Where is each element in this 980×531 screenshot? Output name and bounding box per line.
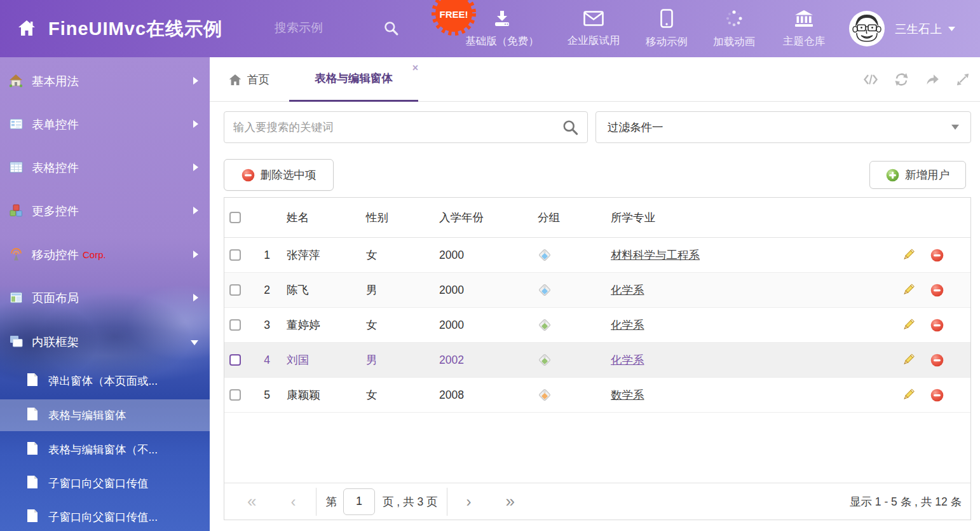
tag-icon [538, 318, 552, 332]
page-suffix-label: 页 , 共 3 页 [383, 494, 438, 509]
table-row[interactable]: 3 董婷婷 女 2000 化学系 [224, 308, 970, 343]
select-all-checkbox[interactable] [229, 212, 241, 223]
nav-enterprise-trial[interactable]: 企业版试用 [555, 0, 632, 57]
source-code-icon[interactable] [863, 72, 878, 86]
column-header-group[interactable]: 分组 [533, 210, 606, 225]
major-link[interactable]: 材料科学与工程系 [611, 249, 700, 261]
delete-button[interactable] [922, 249, 951, 262]
prev-page-button[interactable]: ‹ [290, 493, 296, 511]
add-user-button[interactable]: 新增用户 [869, 161, 966, 189]
sidebar-subitem-grid-edit-window[interactable]: 表格与编辑窗体 [0, 399, 210, 431]
row-number: 5 [250, 389, 275, 402]
user-avatar[interactable] [848, 10, 885, 47]
tag-icon [538, 283, 552, 297]
row-checkbox[interactable] [229, 284, 241, 296]
table-row[interactable]: 2 陈飞 男 2000 化学系 [224, 273, 970, 308]
next-page-button[interactable]: › [466, 493, 472, 511]
last-page-button[interactable]: » [506, 492, 515, 511]
chevron-right-icon [193, 117, 198, 131]
keyword-search-input[interactable] [233, 121, 562, 134]
chevron-right-icon [193, 74, 198, 88]
edit-button[interactable] [894, 283, 922, 297]
row-checkbox[interactable] [229, 389, 241, 401]
chevron-down-icon [951, 125, 959, 130]
delete-button[interactable] [922, 389, 951, 402]
free-badge-text: FREE! [440, 9, 468, 20]
filter-dropdown[interactable]: 过滤条件一 [595, 111, 971, 143]
edit-button[interactable] [894, 388, 922, 402]
minus-circle-icon [930, 249, 944, 262]
table-row-selected[interactable]: 4 刘国 男 2002 化学系 [224, 343, 970, 378]
app-home-icon[interactable] [18, 20, 36, 39]
nav-theme-repo[interactable]: 主题仓库 [771, 0, 837, 57]
column-header-gender[interactable]: 性别 [361, 210, 434, 225]
delete-selected-button[interactable]: 删除选中项 [224, 159, 334, 191]
nav-loading-animation[interactable]: 加载动画 [701, 0, 767, 57]
tab-home[interactable]: 首页 [229, 57, 269, 102]
pencil-icon [901, 248, 915, 262]
search-icon[interactable] [562, 119, 578, 135]
sidebar-subitem-child-to-parent[interactable]: 子窗口向父窗口传值 [0, 467, 210, 499]
share-arrow-icon[interactable] [925, 72, 940, 86]
major-link[interactable]: 化学系 [611, 284, 644, 296]
first-page-button[interactable]: « [247, 492, 256, 511]
row-checkbox[interactable] [229, 319, 241, 331]
sidebar-subitem-grid-edit-window-2[interactable]: 表格与编辑窗体（不... [0, 434, 210, 465]
table-row[interactable]: 1 张萍萍 女 2000 材料科学与工程系 [224, 238, 970, 273]
nav-label: 移动示例 [646, 35, 688, 49]
cell-year: 2000 [434, 319, 533, 332]
sidebar-item-grid-controls[interactable]: 表格控件 [0, 150, 210, 184]
row-number: 3 [250, 319, 275, 332]
corp-badge: Corp. [83, 249, 106, 260]
frames-icon [8, 334, 24, 348]
bank-icon [794, 10, 814, 30]
nav-label: 主题仓库 [783, 34, 825, 48]
refresh-icon[interactable] [894, 72, 909, 86]
tab-grid-edit-window[interactable]: 表格与编辑窗体 × [289, 57, 418, 102]
edit-button[interactable] [894, 248, 922, 262]
close-icon[interactable]: × [412, 63, 418, 73]
cell-gender: 男 [361, 352, 434, 368]
envelope-icon [583, 10, 604, 29]
delete-button[interactable] [922, 284, 951, 297]
divider [447, 488, 447, 516]
sidebar-item-form-controls[interactable]: 表单控件 [0, 107, 210, 141]
sidebar-item-basic-usage[interactable]: 基本用法 [0, 64, 210, 98]
row-checkbox[interactable] [229, 249, 241, 261]
edit-button[interactable] [894, 318, 922, 332]
fullscreen-icon[interactable] [956, 72, 970, 86]
sidebar-item-mobile-controls[interactable]: 移动控件 Corp. [0, 237, 210, 272]
sidebar-subitem-label: 子窗口向父窗口传值 [48, 476, 149, 491]
sidebar-subitem-child-to-parent-2[interactable]: 子窗口向父窗口传值... [0, 501, 210, 531]
minus-circle-icon [930, 354, 944, 367]
delete-button[interactable] [922, 319, 951, 332]
delete-button[interactable] [922, 354, 951, 367]
column-header-major[interactable]: 所学专业 [606, 210, 894, 225]
major-link[interactable]: 化学系 [611, 319, 644, 331]
page-number-input[interactable] [343, 488, 375, 515]
column-header-year[interactable]: 入学年份 [434, 210, 533, 225]
page-icon [27, 441, 38, 459]
table-row[interactable]: 5 康颖颖 女 2008 数学系 [224, 378, 970, 413]
sidebar-item-more-controls[interactable]: 更多控件 [0, 193, 210, 228]
chevron-right-icon [193, 160, 198, 174]
edit-button[interactable] [894, 353, 922, 367]
sidebar-item-page-layout[interactable]: 页面布局 [0, 280, 210, 315]
cell-year: 2000 [434, 249, 533, 262]
major-link[interactable]: 数学系 [611, 389, 644, 401]
major-link[interactable]: 化学系 [611, 354, 644, 366]
header-search-icon[interactable] [383, 20, 398, 38]
sidebar-item-inline-frame[interactable]: 内联框架 [0, 324, 210, 359]
free-badge[interactable]: FREE! [431, 0, 477, 39]
minus-circle-icon [930, 319, 944, 332]
app-title: FineUIMvc在线示例 [48, 17, 222, 42]
tag-icon [538, 388, 552, 402]
row-checkbox[interactable] [229, 354, 241, 366]
header-search-input[interactable]: 搜索示例 [275, 20, 323, 36]
column-header-name[interactable]: 姓名 [275, 210, 361, 225]
sidebar-item-label: 表格控件 [32, 160, 79, 176]
sidebar-subitem-popup-window[interactable]: 弹出窗体（本页面或... [0, 365, 210, 397]
nav-mobile-demo[interactable]: 移动示例 [634, 0, 699, 57]
user-menu[interactable]: 三生石上 [895, 0, 956, 57]
nav-label: 企业版试用 [568, 34, 620, 48]
